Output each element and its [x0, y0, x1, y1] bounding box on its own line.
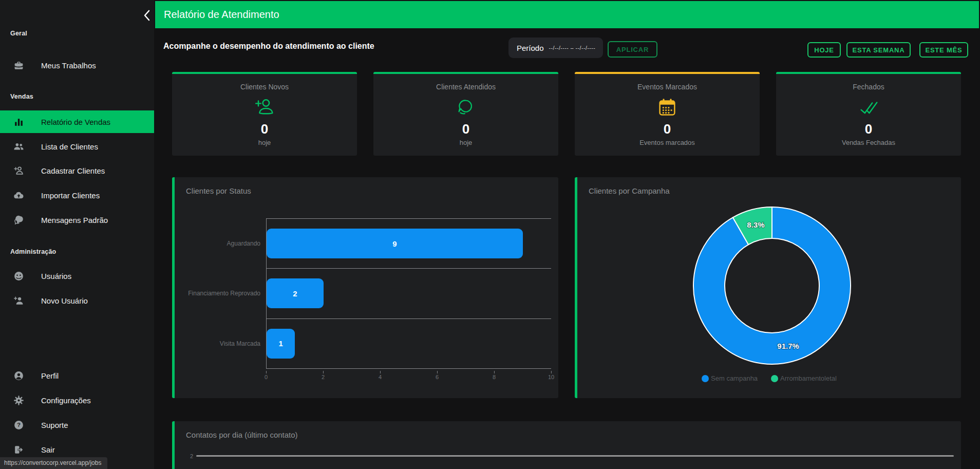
sidebar-item-cadastrar-clientes[interactable]: Cadastrar Clientes [0, 159, 154, 182]
bar-row: Aguardando9 [267, 218, 551, 268]
svg-text:?: ? [16, 422, 20, 428]
clientes-por-campanha-chart-card: Clientes por Campanha 91.7%8.3% Sem camp… [575, 177, 961, 398]
contatos-por-dia-chart-card: Contatos por dia (último contato) 2 [172, 421, 961, 469]
stat-card-title: Clientes Atendidos [373, 83, 558, 91]
sidebar-item-label: Sair [41, 445, 55, 454]
legend-item[interactable]: Sem campanha [702, 374, 758, 382]
apply-button[interactable]: APLICAR [608, 41, 657, 58]
bar: 9 [267, 229, 523, 258]
stat-card-title: Fechados [776, 83, 961, 91]
stat-card-title: Eventos Marcados [575, 83, 760, 91]
page-title: Relatório de Atendimento [164, 9, 279, 21]
donut-percentage-label: 8.3% [747, 220, 764, 229]
users-circle-icon [13, 270, 24, 282]
chat-icon [373, 96, 558, 120]
x-axis-tick-label: 6 [436, 374, 439, 380]
sidebar-item-label: Cadastrar Clientes [41, 166, 105, 175]
bar-category-label: Visita Marcada [182, 319, 267, 368]
sidebar-item-label: Novo Usuário [41, 296, 88, 305]
bar-row: Financiamento Reprovado2 [267, 268, 551, 318]
filter-this-week-button[interactable]: ESTA SEMANA [846, 42, 911, 58]
bar-category-label: Aguardando [182, 219, 267, 268]
sidebar-section-geral: Geral [10, 30, 27, 37]
double-check-icon [776, 96, 961, 120]
filter-this-month-button[interactable]: ESTE MÊS [919, 42, 968, 58]
legend-color-dot [771, 375, 778, 382]
briefcase-icon [13, 60, 24, 71]
stat-card-sublabel: hoje [172, 139, 357, 146]
sidebar-item-relatorio-de-vendas[interactable]: Relatório de Vendas [0, 110, 154, 133]
donut-chart: 91.7%8.3% [687, 201, 857, 370]
x-axis-tick-label: 2 [322, 374, 325, 380]
x-axis-tick-label: 4 [379, 374, 382, 380]
stat-card-eventos-marcados: Eventos Marcados 0 Eventos marcados [575, 72, 760, 156]
bar: 2 [267, 278, 324, 308]
sidebar-section-administracao: Administração [10, 248, 56, 255]
bar-category-label: Financiamento Reprovado [182, 269, 267, 318]
gear-icon [13, 395, 24, 406]
period-date-range-input[interactable]: Período --/--/---- – --/--/---- [508, 37, 603, 58]
sidebar-item-configuracoes[interactable]: Configurações [0, 389, 154, 411]
sidebar-item-label: Configurações [41, 396, 91, 405]
stat-card-clientes-novos: Clientes Novos 0 hoje [172, 72, 357, 156]
bar-chart-icon [13, 116, 24, 127]
bar-value-label: 9 [392, 239, 397, 248]
sidebar-item-mensagens-padrao[interactable]: Mensagens Padrão [0, 209, 154, 231]
sidebar-item-label: Perfil [41, 371, 59, 380]
sidebar-item-label: Suporte [41, 421, 68, 429]
people-icon [13, 141, 24, 152]
sidebar-item-perfil[interactable]: Perfil [0, 364, 154, 387]
sidebar-item-label: Lista de Clientes [41, 142, 98, 151]
stat-card-sublabel: Eventos marcados [575, 139, 760, 146]
dashboard-page: { "header": { "title": "Relatório de Ate… [0, 0, 980, 469]
user-add-icon [13, 295, 24, 306]
stat-card-title: Clientes Novos [172, 83, 357, 91]
gridline [196, 455, 954, 457]
bar-value-label: 1 [279, 339, 283, 348]
bar-chart-x-axis: 0246810 [266, 370, 551, 381]
x-axis-tick-label: 8 [493, 374, 496, 380]
x-axis-tick-label: 0 [265, 374, 268, 380]
bar-chart-plot: Aguardando9Financiamento Reprovado2Visit… [266, 218, 551, 369]
legend-item[interactable]: Arrombamentoletal [771, 374, 837, 382]
sidebar-item-suporte[interactable]: ? Suporte [0, 414, 154, 436]
page-header: Relatório de Atendimento [155, 1, 979, 28]
stat-card-clientes-atendidos: Clientes Atendidos 0 hoje [373, 72, 558, 156]
sidebar-collapse-button[interactable] [140, 8, 154, 25]
person-add-icon [172, 96, 357, 120]
chart-title: Contatos por dia (último contato) [186, 430, 298, 439]
sidebar-item-label: Mensagens Padrão [41, 216, 108, 224]
person-add-icon [13, 165, 24, 176]
sidebar-item-novo-usuario[interactable]: Novo Usuário [0, 289, 154, 312]
sidebar-item-label: Meus Trabalhos [41, 61, 96, 70]
cloud-upload-icon [13, 190, 24, 201]
donut-chart-legend: Sem campanhaArrombamentoletal [577, 374, 961, 382]
sidebar-item-usuarios[interactable]: Usuários [0, 265, 154, 287]
page-subtitle: Acompanhe o desempenho do atendimento ao… [163, 42, 374, 51]
stat-card-value: 0 [172, 121, 357, 137]
logout-icon [13, 444, 24, 455]
clientes-por-status-chart-card: Clientes por Status Aguardando9Financiam… [172, 177, 558, 398]
bar-value-label: 2 [293, 289, 297, 298]
sidebar-item-importar-clientes[interactable]: Importar Clientes [0, 184, 154, 207]
stat-card-fechados: Fechados 0 Vendas Fechadas [776, 72, 961, 156]
chat-icon [13, 214, 24, 226]
sidebar-item-label: Usuários [41, 272, 71, 280]
profile-icon [13, 370, 24, 381]
legend-label: Sem campanha [711, 374, 758, 382]
stat-card-value: 0 [575, 121, 760, 137]
help-icon: ? [13, 419, 24, 430]
legend-label: Arrombamentoletal [780, 374, 837, 382]
bar-row: Visita Marcada1 [267, 318, 551, 368]
period-placeholder: --/--/---- – --/--/---- [549, 45, 596, 51]
calendar-icon [575, 96, 760, 120]
sidebar-item-lista-de-clientes[interactable]: Lista de Clientes [0, 135, 154, 158]
stat-card-value: 0 [373, 121, 558, 137]
sidebar-item-meus-trabalhos[interactable]: Meus Trabalhos [0, 54, 154, 77]
donut-percentage-label: 91.7% [777, 342, 799, 350]
stat-card-sublabel: Vendas Fechadas [776, 139, 961, 146]
filter-today-button[interactable]: HOJE [807, 42, 841, 58]
y-axis-tick-label: 2 [184, 453, 193, 459]
chart-title: Clientes por Status [186, 186, 251, 195]
stat-card-value: 0 [776, 121, 961, 137]
